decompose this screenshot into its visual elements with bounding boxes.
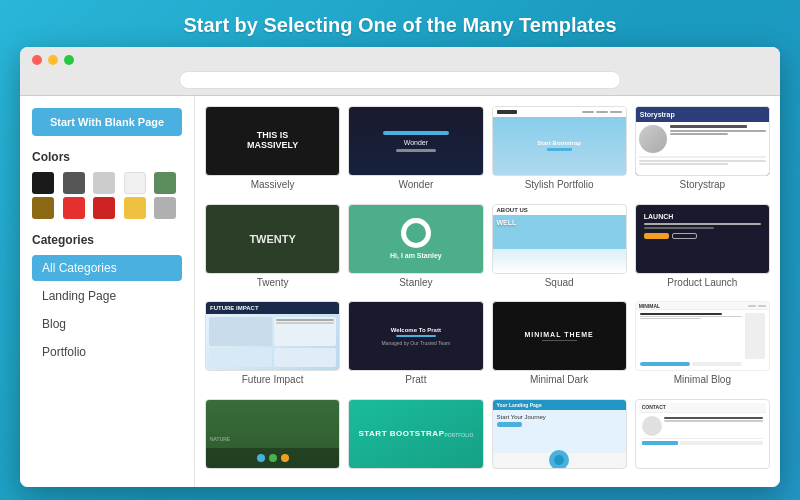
cat-blog[interactable]: Blog: [32, 311, 182, 337]
sidebar: Start With Blank Page Colors Categories …: [20, 96, 195, 487]
template-minimal-dark[interactable]: MINIMAL THEME Minimal Dark: [492, 301, 627, 391]
close-dot[interactable]: [32, 55, 42, 65]
page-title: Start by Selecting One of the Many Templ…: [183, 0, 616, 47]
swatch-yellow[interactable]: [124, 197, 146, 219]
minimize-dot[interactable]: [48, 55, 58, 65]
swatch-red1[interactable]: [63, 197, 85, 219]
template-storystrap[interactable]: Storystrap: [635, 106, 770, 196]
template-twenty[interactable]: TWENTY Twenty: [205, 204, 340, 294]
template-squad[interactable]: ABOUT US WELL Squad: [492, 204, 627, 294]
template-future-impact[interactable]: FUTURE IMPACT Future Impact: [205, 301, 340, 391]
swatch-brown[interactable]: [32, 197, 54, 219]
swatch-black[interactable]: [32, 172, 54, 194]
template-minimal-blog[interactable]: MINIMAL: [635, 301, 770, 391]
swatch-light-gray[interactable]: [93, 172, 115, 194]
browser-window: Start With Blank Page Colors Categories …: [20, 47, 780, 487]
swatch-gray2[interactable]: [154, 197, 176, 219]
template-contact[interactable]: CONTACT: [635, 399, 770, 478]
template-landing2[interactable]: Your Landing Page Start Your Journey: [492, 399, 627, 478]
address-bar[interactable]: [179, 71, 621, 89]
cat-portfolio[interactable]: Portfolio: [32, 339, 182, 365]
cat-landing-page[interactable]: Landing Page: [32, 283, 182, 309]
template-stylish-portfolio[interactable]: Start Bootstrap Stylish Portfolio: [492, 106, 627, 196]
template-product-launch[interactable]: LAUNCH Product Launch: [635, 204, 770, 294]
template-massively[interactable]: THIS ISMASSIVELY Massively: [205, 106, 340, 196]
categories-label: Categories: [32, 233, 182, 247]
swatch-green[interactable]: [154, 172, 176, 194]
colors-label: Colors: [32, 150, 182, 164]
color-swatches: [32, 172, 182, 219]
start-blank-button[interactable]: Start With Blank Page: [32, 108, 182, 136]
template-wonder[interactable]: Wonder Wonder: [348, 106, 483, 196]
swatch-white-gray[interactable]: [124, 172, 146, 194]
template-pratt[interactable]: Welcome To Pratt Managed by Our Trusted …: [348, 301, 483, 391]
template-stanley[interactable]: Hi, I am Stanley Stanley: [348, 204, 483, 294]
swatch-dark-gray[interactable]: [63, 172, 85, 194]
browser-dots: [32, 55, 768, 65]
maximize-dot[interactable]: [64, 55, 74, 65]
template-bottom1[interactable]: Nature: [205, 399, 340, 478]
cat-all-categories[interactable]: All Categories: [32, 255, 182, 281]
swatch-red2[interactable]: [93, 197, 115, 219]
templates-grid: THIS ISMASSIVELY Massively Wonder Wonder: [195, 96, 780, 487]
browser-content: Start With Blank Page Colors Categories …: [20, 96, 780, 487]
template-bootstrap[interactable]: START BOOTSTRAP PORTFOLIO: [348, 399, 483, 478]
browser-chrome: [20, 47, 780, 96]
categories-section: Categories All Categories Landing Page B…: [32, 233, 182, 365]
